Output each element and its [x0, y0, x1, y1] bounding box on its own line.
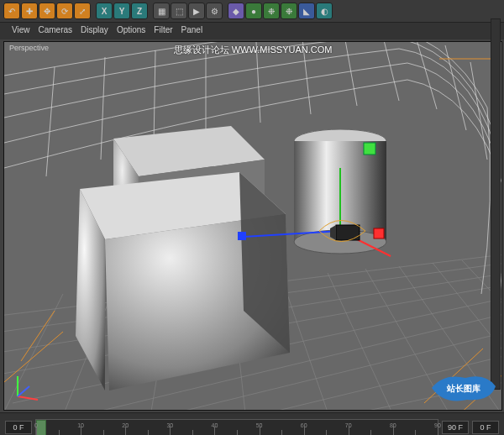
- svg-line-9: [445, 45, 466, 130]
- tick-label: 90: [434, 422, 441, 428]
- tick: [415, 430, 416, 435]
- scale-icon: ⤢: [79, 7, 86, 16]
- blue1-icon: ◣: [303, 7, 310, 16]
- select-button[interactable]: ✚: [21, 3, 38, 19]
- svg-line-32: [18, 386, 29, 396]
- svg-line-7: [382, 42, 399, 101]
- settings-button[interactable]: ⚙: [206, 3, 223, 19]
- scale-button[interactable]: ⤢: [74, 3, 91, 19]
- z-label: Z: [137, 7, 142, 16]
- undo-icon: ↶: [8, 7, 15, 16]
- teal1-icon: ◐: [321, 7, 328, 16]
- tick: [237, 430, 238, 435]
- svg-rect-25: [364, 143, 375, 155]
- timeline: 0 F 0102030405060708090 90 F 0 F: [0, 412, 504, 435]
- render-button[interactable]: ▶: [188, 3, 205, 19]
- teal1-button[interactable]: ◐: [316, 3, 333, 19]
- menu-panel[interactable]: Panel: [181, 25, 203, 37]
- menu-view[interactable]: View: [12, 25, 30, 37]
- y-label: Y: [119, 7, 125, 16]
- green2-button[interactable]: ❉: [263, 3, 280, 19]
- grid-button[interactable]: ▦: [153, 3, 170, 19]
- gear-icon: ⚙: [211, 7, 218, 16]
- axis-y-button[interactable]: Y: [113, 3, 130, 19]
- viewport-label: Perspective: [9, 44, 49, 52]
- tick: [103, 430, 104, 435]
- svg-line-6: [344, 42, 357, 106]
- tick-label: 10: [77, 422, 84, 428]
- menu-cameras[interactable]: Cameras: [39, 25, 73, 37]
- range-end-field[interactable]: 90 F: [442, 421, 469, 434]
- select-icon: ✚: [26, 7, 33, 16]
- axis-x-button[interactable]: X: [96, 3, 113, 19]
- blue1-button[interactable]: ◣: [298, 3, 315, 19]
- tick-label: 0: [34, 422, 38, 428]
- tick: [326, 430, 327, 435]
- green2-icon: ❉: [268, 7, 275, 16]
- undo-button[interactable]: ↶: [3, 3, 20, 19]
- svg-line-0: [46, 67, 55, 176]
- tick-label: 20: [122, 422, 129, 428]
- tick: [148, 430, 149, 435]
- x-label: X: [102, 7, 108, 16]
- axis-widget[interactable]: [9, 371, 43, 405]
- tick-label: 50: [256, 422, 263, 428]
- clap-button[interactable]: ⬚: [171, 3, 187, 19]
- tick: [281, 430, 282, 435]
- deform-icon: ◆: [233, 7, 239, 16]
- green3-button[interactable]: ❉: [281, 3, 297, 19]
- deform-button[interactable]: ◆: [228, 3, 244, 19]
- tick: [370, 430, 371, 435]
- proj-start-field[interactable]: 0 F: [472, 421, 499, 434]
- viewport-menubar: View Cameras Display Options Filter Pane…: [0, 23, 504, 39]
- svg-rect-26: [374, 228, 384, 238]
- svg-rect-28: [336, 225, 360, 240]
- viewport[interactable]: Perspective 思缘设计论坛 WWW.MISSYUAN.COM: [3, 41, 502, 411]
- green3-icon: ❉: [286, 7, 292, 16]
- tick: [59, 430, 60, 435]
- move-button[interactable]: ✥: [39, 3, 55, 19]
- menu-display[interactable]: Display: [81, 25, 108, 37]
- tick-label: 70: [345, 422, 352, 428]
- svg-line-1: [101, 57, 105, 160]
- svg-text:站长图库: 站长图库: [446, 384, 480, 393]
- svg-rect-22: [238, 232, 246, 240]
- right-slider[interactable]: [491, 18, 501, 390]
- menu-options[interactable]: Options: [117, 25, 145, 37]
- rotate-button[interactable]: ⟳: [56, 3, 73, 19]
- render-icon: ▶: [193, 7, 200, 16]
- timeline-track[interactable]: 0102030405060708090: [35, 419, 438, 435]
- main-toolbar: ↶ ✚ ✥ ⟳ ⤢ X Y Z ▦ ⬚ ▶ ⚙ ◆ ● ❉ ❉ ◣ ◐: [0, 0, 504, 23]
- green1-icon: ●: [251, 7, 256, 16]
- watermark-top: 思缘设计论坛 WWW.MISSYUAN.COM: [174, 44, 333, 56]
- move-icon: ✥: [44, 7, 50, 16]
- menu-filter[interactable]: Filter: [154, 25, 172, 37]
- svg-line-30: [18, 396, 38, 400]
- tick-label: 40: [212, 422, 218, 428]
- grid-icon: ▦: [158, 7, 165, 16]
- tick-label: 60: [301, 422, 307, 428]
- tick-label: 30: [166, 422, 173, 428]
- scene-canvas: [4, 42, 501, 410]
- cube-front: [76, 172, 290, 390]
- rotate-icon: ⟳: [61, 7, 68, 16]
- range-start-field[interactable]: 0 F: [5, 421, 32, 434]
- tick: [192, 430, 193, 435]
- clap-icon: ⬚: [176, 7, 183, 16]
- green1-button[interactable]: ●: [245, 3, 262, 19]
- watermark-corner: 站长图库: [427, 371, 499, 406]
- tick-label: 80: [390, 422, 396, 428]
- axis-z-button[interactable]: Z: [131, 3, 148, 19]
